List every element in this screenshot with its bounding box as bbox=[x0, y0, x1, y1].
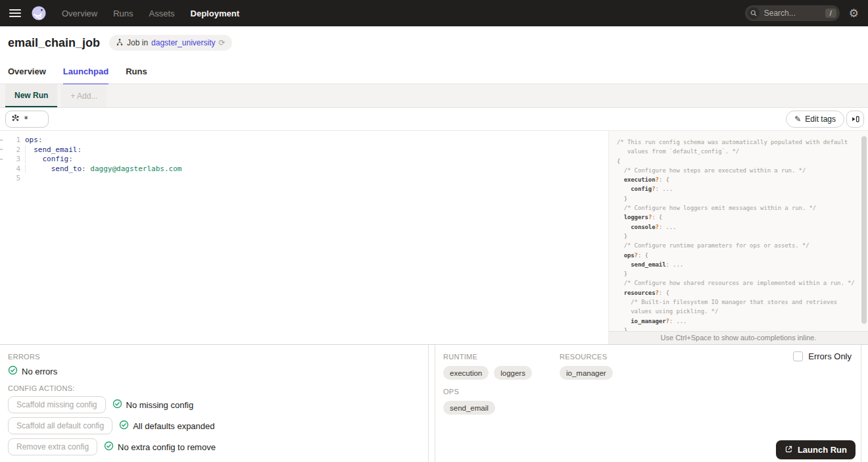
nav-runs[interactable]: Runs bbox=[113, 9, 133, 18]
editor-line: 1ops: bbox=[0, 136, 608, 145]
search-icon bbox=[748, 7, 760, 19]
schema-scrollbar[interactable] bbox=[861, 136, 867, 324]
errors-pane: ERRORS No errors CONFIG ACTIONS: Scaffol… bbox=[0, 345, 429, 462]
schema-line: } bbox=[617, 269, 861, 278]
schema-line: } bbox=[617, 232, 861, 241]
tag-execution[interactable]: execution bbox=[443, 366, 489, 380]
schema-line: send_email: ... bbox=[617, 260, 861, 269]
dagster-launchpad-page: OverviewRunsAssetsDeployment Search... /… bbox=[0, 0, 868, 462]
schema-line: console?: ... bbox=[617, 222, 861, 232]
edit-tags-label: Edit tags bbox=[805, 115, 836, 124]
line-number: 2 bbox=[0, 145, 25, 155]
line-number: 3 bbox=[0, 155, 25, 165]
op-selector-input[interactable]: * bbox=[5, 111, 49, 128]
search-input[interactable]: Search... / bbox=[745, 5, 840, 21]
tag-row: io_manager bbox=[560, 366, 613, 380]
page-tabs: OverviewLaunchpadRuns bbox=[0, 59, 868, 84]
tab-launchpad[interactable]: Launchpad bbox=[63, 59, 108, 84]
tag-row: send_email bbox=[443, 401, 853, 415]
schema-line: execution?: { bbox=[617, 175, 861, 184]
launch-run-label: Launch Run bbox=[798, 445, 847, 455]
tag-io_manager[interactable]: io_manager bbox=[560, 366, 613, 380]
action-status: No extra config to remove bbox=[104, 441, 216, 453]
config-action-row: Scaffold all default configAll defaults … bbox=[8, 417, 420, 434]
config-schema-panel: /* This run config schema was automatica… bbox=[608, 131, 868, 344]
schema-line: /* This run config schema was automatica… bbox=[617, 138, 861, 147]
schema-line: { bbox=[617, 157, 861, 166]
toggle-panel-button[interactable] bbox=[846, 111, 864, 128]
tag-loggers[interactable]: loggers bbox=[494, 366, 532, 380]
dagster-logo-icon[interactable] bbox=[30, 5, 47, 22]
check-circle-icon bbox=[119, 420, 129, 432]
main-nav: OverviewRunsAssetsDeployment bbox=[62, 9, 239, 18]
schema-line: ops?: { bbox=[617, 251, 861, 260]
nav-assets[interactable]: Assets bbox=[149, 9, 175, 18]
schema-line: /* Configure how steps are executed with… bbox=[617, 166, 861, 175]
nav-deployment[interactable]: Deployment bbox=[191, 9, 239, 18]
launch-run-button[interactable]: Launch Run bbox=[776, 440, 856, 459]
gear-icon[interactable]: ⚙ bbox=[849, 8, 859, 19]
top-nav: OverviewRunsAssetsDeployment Search... /… bbox=[0, 0, 868, 26]
errors-label: ERRORS bbox=[8, 353, 420, 361]
line-number: 4 bbox=[0, 165, 25, 174]
run-tab-strip: New Run + Add... bbox=[0, 84, 868, 108]
nav-overview[interactable]: Overview bbox=[62, 9, 97, 18]
repo-link[interactable]: dagster_university bbox=[151, 38, 215, 47]
schema-line: /* Built-in filesystem IO manager that s… bbox=[617, 297, 861, 307]
tag-group-label: RESOURCES bbox=[560, 353, 613, 361]
action-status-text: All defaults expanded bbox=[133, 421, 214, 431]
check-circle-icon bbox=[104, 441, 114, 453]
fold-marker[interactable] bbox=[0, 140, 3, 141]
errors-only-label: Errors Only bbox=[808, 351, 852, 361]
remove-extra-config-button[interactable]: Remove extra config bbox=[8, 438, 97, 455]
tab-runs[interactable]: Runs bbox=[126, 59, 147, 84]
schema-line: io_manager?: ... bbox=[617, 317, 861, 326]
launchpad-workspace: 1ops:2 send_email:3 config:4 send_to: da… bbox=[0, 130, 868, 344]
editor-line: 5 bbox=[0, 174, 608, 184]
config-editor[interactable]: 1ops:2 send_email:3 config:4 send_to: da… bbox=[0, 131, 608, 344]
config-action-row: Scaffold missing configNo missing config bbox=[8, 396, 420, 413]
refresh-icon[interactable]: ⟳ bbox=[218, 38, 225, 47]
tab-overview[interactable]: Overview bbox=[8, 59, 46, 84]
errors-only-toggle[interactable]: Errors Only bbox=[793, 351, 852, 361]
schema-line: config?: ... bbox=[617, 184, 861, 193]
tab-add-run[interactable]: + Add... bbox=[61, 84, 107, 107]
job-badge-prefix: Job in bbox=[127, 38, 148, 47]
op-selector-value: * bbox=[24, 115, 28, 124]
play-panel-icon bbox=[851, 115, 860, 124]
tab-new-run[interactable]: New Run bbox=[5, 84, 57, 107]
editor-line: 4 send_to: daggy@dagsterlabs.com bbox=[0, 165, 608, 174]
search-shortcut-badge: / bbox=[825, 9, 836, 18]
schema-line: } bbox=[617, 194, 861, 203]
search-placeholder: Search... bbox=[764, 9, 825, 18]
launchpad-toolbar: * ✎ Edit tags bbox=[0, 108, 868, 130]
edit-tags-button[interactable]: ✎ Edit tags bbox=[786, 111, 844, 128]
schema-line: /* Configure how shared resources are im… bbox=[617, 278, 861, 288]
schema-line: /* Configure how loggers emit messages w… bbox=[617, 203, 861, 213]
line-number: 5 bbox=[0, 174, 25, 184]
editor-code: config: bbox=[25, 155, 73, 165]
tag-group-label: OPS bbox=[443, 388, 853, 396]
page-title: email_chain_job bbox=[8, 36, 100, 50]
op-graph-icon bbox=[11, 113, 20, 125]
check-circle-icon bbox=[8, 365, 18, 378]
errors-only-checkbox[interactable] bbox=[793, 351, 803, 361]
scaffold-missing-config-button[interactable]: Scaffold missing config bbox=[8, 396, 106, 413]
editor-line: 3 config: bbox=[0, 155, 608, 165]
scaffold-all-default-config-button[interactable]: Scaffold all default config bbox=[8, 417, 112, 434]
fold-marker[interactable] bbox=[0, 159, 3, 160]
schema-line: values from `default_config`. */ bbox=[617, 147, 861, 156]
fold-marker[interactable] bbox=[0, 149, 3, 150]
action-status-text: No missing config bbox=[126, 400, 194, 410]
schema-line: resources?: { bbox=[617, 288, 861, 297]
config-tags-pane: RUNTIMEexecutionloggersRESOURCESio_manag… bbox=[435, 345, 861, 462]
autocomplete-hint: Use Ctrl+Space to show auto-completions … bbox=[609, 331, 868, 344]
launch-icon bbox=[784, 445, 793, 455]
pane-splitter[interactable] bbox=[429, 345, 435, 462]
action-status: No missing config bbox=[112, 399, 194, 411]
job-header: email_chain_job Job in dagster_universit… bbox=[0, 26, 868, 59]
job-badge: Job in dagster_university ⟳ bbox=[109, 35, 231, 51]
tag-send_email[interactable]: send_email bbox=[443, 401, 495, 415]
menu-icon[interactable] bbox=[9, 9, 21, 17]
config-actions-label: CONFIG ACTIONS: bbox=[8, 384, 420, 392]
